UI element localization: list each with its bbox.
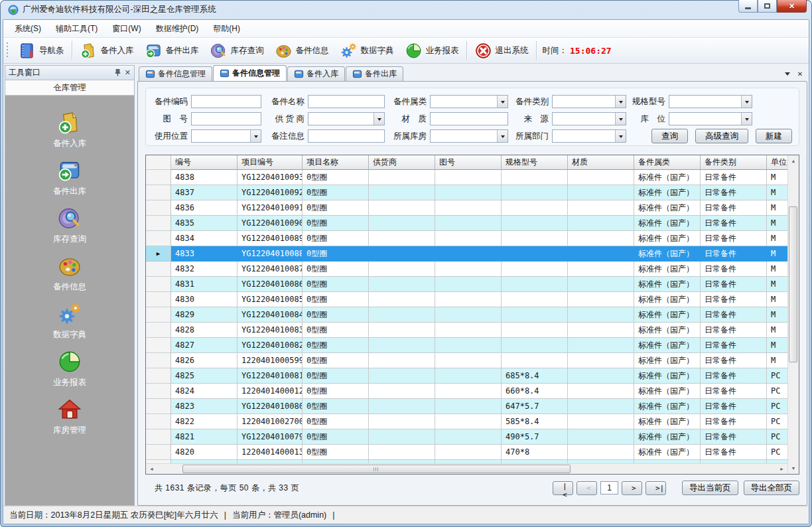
column-header-8[interactable]: 备件类别 xyxy=(701,155,767,170)
export-current-page-button[interactable]: 导出当前页 xyxy=(682,481,738,495)
column-header-2[interactable]: 项目名称 xyxy=(303,155,369,170)
chevron-down-icon[interactable] xyxy=(497,96,508,108)
horizontal-scroll-track[interactable] xyxy=(157,464,776,475)
toolbar-button-nav-bar[interactable]: 导航条 xyxy=(13,39,70,62)
last-page-button[interactable]: >| xyxy=(645,481,666,495)
toolbar-button-stock-query[interactable]: 库存查询 xyxy=(204,39,269,62)
vertical-scrollbar[interactable]: ▲ ▼ xyxy=(787,155,799,474)
table-row[interactable]: 4830YG122040100850型圈标准件（国产）日常备件M xyxy=(146,292,787,307)
advanced-query-button[interactable]: 高级查询 xyxy=(695,129,748,143)
supplier-select[interactable] xyxy=(308,112,385,125)
horizontal-scroll-thumb[interactable] xyxy=(182,465,571,473)
chevron-down-icon[interactable] xyxy=(741,113,752,125)
chevron-down-icon[interactable] xyxy=(741,96,752,108)
table-row[interactable]: 4831YG122040100860型圈标准件（国产）日常备件M xyxy=(146,277,787,292)
column-header-3[interactable]: 供货商 xyxy=(369,155,435,170)
page-number-input[interactable]: 1 xyxy=(600,481,618,494)
use-position-select[interactable] xyxy=(191,129,261,143)
toolbar-button-exit[interactable]: 退出系统 xyxy=(469,39,534,62)
table-row[interactable]: 4835YG122040100900型圈标准件（国产）日常备件M xyxy=(146,216,787,231)
sidebar-item-part-out[interactable]: 备件出库 xyxy=(53,158,86,197)
sidebar-item-part-in[interactable]: 备件入库 xyxy=(53,110,86,149)
column-header-7[interactable]: 备件属类 xyxy=(634,155,701,170)
table-row[interactable]: 4838YG122040100930型圈标准件（国产）日常备件M xyxy=(146,170,787,185)
chevron-down-icon[interactable] xyxy=(615,96,626,108)
source-select[interactable] xyxy=(552,112,626,125)
sidebar-item-part-info[interactable]: 备件信息 xyxy=(53,254,86,293)
toolbar-button-part-in[interactable]: 备件入库 xyxy=(74,39,139,62)
query-button[interactable]: 查询 xyxy=(651,129,688,143)
table-row[interactable]: ▶4833YG122040100880型圈标准件（国产）日常备件M xyxy=(146,246,787,262)
table-row[interactable]: 4837YG122040100920型圈标准件（国产）日常备件M xyxy=(146,185,787,200)
toolbar-button-biz-report[interactable]: 业务报表 xyxy=(399,39,464,62)
table-row[interactable]: 4829YG122040100840型圈标准件（国产）日常备件M xyxy=(146,307,787,323)
sidebar-item-stock-query[interactable]: 库存查询 xyxy=(53,206,86,245)
remark-input[interactable] xyxy=(308,129,385,143)
location-select[interactable] xyxy=(669,112,752,125)
tab-part-out[interactable]: 备件出库 xyxy=(346,66,403,81)
toolbar-grip[interactable] xyxy=(6,42,9,59)
menu-item-data-maintenance[interactable]: 数据维护(D) xyxy=(149,21,206,37)
chevron-down-icon[interactable] xyxy=(373,113,384,125)
next-page-button[interactable]: > xyxy=(622,481,642,495)
chevron-down-icon[interactable] xyxy=(497,130,508,142)
minimize-button[interactable] xyxy=(738,0,758,13)
table-row[interactable]: 4828YG122040100830型圈标准件（国产）日常备件M xyxy=(146,323,787,338)
menu-item-window[interactable]: 窗口(W) xyxy=(105,21,148,37)
table-row[interactable]: 4832YG122040100870型圈标准件（国产）日常备件M xyxy=(146,262,787,277)
pin-icon[interactable] xyxy=(113,68,122,77)
scroll-right-icon[interactable]: ► xyxy=(776,464,787,475)
tab-part-in[interactable]: 备件入库 xyxy=(287,66,345,81)
warehouse-select[interactable] xyxy=(430,129,508,143)
scroll-left-icon[interactable]: ◄ xyxy=(146,464,157,475)
toolbar-button-data-dict[interactable]: 数据字典 xyxy=(334,39,399,62)
column-header-0[interactable]: 编号 xyxy=(171,155,237,170)
table-row[interactable]: 4827YG122040100820型圈标准件（国产）日常备件M xyxy=(146,338,787,353)
table-row[interactable]: 4821YG122040100790型圈490*5.7标准件（国产）日常备件PC xyxy=(146,429,787,445)
toolbar-button-part-out[interactable]: 备件出库 xyxy=(139,39,204,62)
table-row[interactable]: 4836YG122040100910型圈标准件（国产）日常备件M xyxy=(146,200,787,216)
sidebar-item-biz-report[interactable]: 业务报表 xyxy=(53,349,86,388)
prev-page-button[interactable]: < xyxy=(576,481,597,495)
column-header-1[interactable]: 项目编号 xyxy=(237,155,303,170)
table-row[interactable]: 4825YG122040100810型圈685*8.4标准件（国产）日常备件PC xyxy=(146,368,787,384)
first-page-button[interactable]: |< xyxy=(553,481,573,495)
menu-item-help[interactable]: 帮助(H) xyxy=(206,21,247,37)
column-header-6[interactable]: 材质 xyxy=(568,155,634,170)
column-header-4[interactable]: 图号 xyxy=(435,155,502,170)
tab-close-icon[interactable]: ✕ xyxy=(795,68,805,79)
column-header-5[interactable]: 规格型号 xyxy=(502,155,568,170)
table-row[interactable]: 482212204010027000型圈585*8.4标准件（国产）日常备件PC xyxy=(146,414,787,429)
table-row[interactable]: 4834YG122040100890型圈标准件（国产）日常备件M xyxy=(146,231,787,246)
table-row[interactable]: 482012204014000130型圈470*8标准件（国产）日常备件PC xyxy=(146,445,787,460)
tab-part-info-mgmt-1[interactable]: 备件信息管理 xyxy=(139,66,212,81)
tab-list-dropdown-icon[interactable] xyxy=(782,68,793,79)
table-row[interactable]: 482412204014000120型圈660*8.4标准件（国产）日常备件PC xyxy=(146,384,787,399)
table-row[interactable]: 482612204010005990型圈标准件（国产）日常备件M xyxy=(146,353,787,368)
new-button[interactable]: 新建 xyxy=(756,129,792,143)
close-button[interactable]: ✕ xyxy=(777,0,807,13)
material-input[interactable] xyxy=(430,112,508,125)
sidebar-item-warehouse-mgmt[interactable]: 库房管理 xyxy=(53,397,86,436)
chevron-down-icon[interactable] xyxy=(250,130,261,142)
maximize-button[interactable] xyxy=(758,0,777,13)
part-type-select[interactable] xyxy=(552,95,626,108)
scroll-down-icon[interactable]: ▼ xyxy=(788,463,799,474)
vertical-scroll-track[interactable] xyxy=(788,167,799,463)
menu-item-aux-tools[interactable]: 辅助工具(T) xyxy=(48,21,105,37)
table-row[interactable]: 4823YG122040100800型圈647*5.7标准件（国产）日常备件PC xyxy=(146,399,787,414)
toolbar-button-part-info[interactable]: 备件信息 xyxy=(269,39,334,62)
part-code-input[interactable] xyxy=(191,95,261,108)
chevron-down-icon[interactable] xyxy=(615,130,626,142)
sidebar-item-data-dict[interactable]: 数据字典 xyxy=(53,301,86,340)
export-all-pages-button[interactable]: 导出全部页 xyxy=(744,481,800,495)
chevron-down-icon[interactable] xyxy=(615,113,626,125)
tab-part-info-mgmt-2[interactable]: 备件信息管理 xyxy=(213,65,287,81)
part-category-select[interactable] xyxy=(430,95,508,108)
sidebar-close-icon[interactable]: ✕ xyxy=(125,68,131,77)
sidebar-group-title[interactable]: 仓库管理 xyxy=(5,80,134,96)
horizontal-scrollbar[interactable]: ◄ ► xyxy=(146,463,787,474)
scroll-up-icon[interactable]: ▲ xyxy=(788,155,799,167)
figure-no-input[interactable] xyxy=(191,112,261,125)
column-header-9[interactable]: 单位 xyxy=(767,155,787,170)
